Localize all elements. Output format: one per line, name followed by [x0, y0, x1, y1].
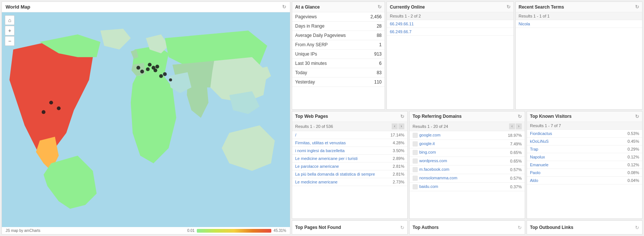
- currently-online-header: Currently Online ↻: [387, 2, 514, 12]
- top-web-pages-results: Results 1 - 20 of 536: [295, 124, 333, 129]
- referring-row-5: m.facebook.com 0.57%: [410, 166, 525, 174]
- recent-search-refresh-icon[interactable]: ↻: [635, 4, 639, 10]
- at-a-glance-widget: At a Glance ↻ Pageviews 2,456 Days in Ra…: [292, 1, 385, 110]
- legend-min: 0.01: [187, 229, 195, 233]
- web-page-pct-2: 4.28%: [393, 141, 404, 145]
- visitor-link-4[interactable]: Napolux: [530, 155, 545, 159]
- referring-link-2[interactable]: google.it: [419, 141, 435, 146]
- referring-link-1[interactable]: google.com: [419, 133, 441, 137]
- search-term-link-1[interactable]: Nicola: [519, 22, 530, 26]
- ip-link-1[interactable]: 66.249.66.11: [390, 22, 414, 26]
- legend-max: 45.31%: [274, 229, 286, 233]
- web-page-link-4[interactable]: Le medicine americane per i turisti: [295, 156, 358, 161]
- referring-link-6[interactable]: nonsolomamma.com: [419, 176, 457, 180]
- map-zoom-in-button[interactable]: +: [5, 26, 15, 35]
- ip-link-2[interactable]: 66.249.66.7: [390, 29, 411, 34]
- ip-row-2: 66.249.66.7: [387, 28, 514, 36]
- visitor-row-2: kOoLiNuS 0.45%: [527, 138, 642, 145]
- top-outbound-title: Top Outbound Links: [530, 225, 573, 230]
- map-controls: ⌂ + −: [5, 15, 15, 46]
- top-web-pages-prev[interactable]: ‹: [392, 123, 398, 129]
- top-referring-results: Results 1 - 20 of 24: [413, 124, 448, 129]
- top-pages-not-found-widget: Top Pages Not Found ↻: [292, 220, 408, 235]
- referring-row-6: nonsolomamma.com 0.57%: [410, 174, 525, 183]
- top-referring-header: Top Referring Domains ↻: [410, 111, 525, 122]
- visitor-link-7[interactable]: Aldo: [530, 178, 538, 183]
- web-page-link-2[interactable]: Firmitas, utilitas et venustas: [295, 141, 346, 145]
- web-page-row-4: Le medicine americane per i turisti 2.89…: [292, 155, 407, 163]
- currently-online-widget: Currently Online ↻ Results 1 - 2 of 2 66…: [386, 1, 514, 110]
- domain-icon-1: [413, 133, 418, 138]
- top-referring-prev[interactable]: ‹: [509, 123, 515, 129]
- top-known-body: Fiordicactus 0.53% kOoLiNuS 0.45% Trap 0…: [527, 130, 642, 219]
- visitor-link-5[interactable]: Emanuele: [530, 163, 549, 167]
- referring-link-3[interactable]: bing.com: [419, 150, 436, 154]
- referring-row-4: wordpress.com 0.65%: [410, 157, 525, 166]
- top-known-refresh-icon[interactable]: ↻: [635, 114, 639, 119]
- visitor-pct-1: 0.53%: [628, 131, 639, 136]
- top-outbound-widget: Top Outbound Links ↻: [527, 220, 643, 235]
- top-outbound-refresh-icon[interactable]: ↻: [635, 225, 639, 230]
- top-known-visitors-widget: Top Known Visitors ↻ Results 1 - 7 of 7 …: [527, 111, 643, 219]
- referring-pct-2: 7.49%: [510, 142, 522, 146]
- map-refresh-icon[interactable]: [282, 4, 286, 10]
- svg-point-7: [140, 70, 144, 73]
- web-page-row-7: Le medicine americane 2.73%: [292, 178, 407, 186]
- visitor-link-3[interactable]: Trap: [530, 147, 538, 151]
- stat-from-serp: From Any SERP 1: [292, 40, 385, 50]
- top-referring-next[interactable]: ›: [516, 123, 522, 129]
- web-page-link-6[interactable]: La più bella domanda di statistica di se…: [295, 172, 375, 176]
- visitor-row-3: Trap 0.29%: [527, 145, 642, 153]
- recent-search-title: Recent Search Terms: [519, 4, 564, 10]
- top-referring-refresh-icon[interactable]: ↻: [518, 114, 522, 119]
- map-panel: World Map ⌂ + −: [1, 1, 290, 235]
- at-a-glance-refresh-icon[interactable]: ↻: [378, 4, 382, 10]
- web-page-pct-4: 2.89%: [393, 156, 404, 161]
- currently-online-results: Results 1 - 2 of 2: [390, 14, 421, 18]
- referring-row-7: baidu.com 0.37%: [410, 183, 525, 191]
- referring-link-5[interactable]: m.facebook.com: [419, 167, 449, 172]
- web-page-link-3[interactable]: i nomi inglesi da barzelletta: [295, 148, 345, 153]
- web-page-link-5[interactable]: Le parolacce americane: [295, 164, 339, 169]
- web-page-pct-7: 2.73%: [393, 180, 404, 184]
- at-a-glance-title: At a Glance: [295, 4, 320, 10]
- map-footer: JS map by amCharts 0.01 45.31%: [2, 227, 290, 234]
- web-page-pct-3: 3.50%: [393, 148, 404, 153]
- domain-icon-7: [413, 184, 418, 189]
- stat-avg-daily: Average Daily Pageviews 88: [292, 31, 385, 40]
- top-web-pages-header: Top Web Pages ↻: [292, 111, 407, 122]
- top-referring-title: Top Referring Domains: [413, 114, 462, 119]
- top-known-title: Top Known Visitors: [530, 114, 572, 119]
- web-page-link-7[interactable]: Le medicine americane: [295, 180, 338, 184]
- at-a-glance-header: At a Glance ↻: [292, 2, 385, 12]
- web-page-row-2: Firmitas, utilitas et venustas 4.28%: [292, 139, 407, 147]
- recent-search-widget: Recent Search Terms ↻ Results 1 - 1 of 1…: [515, 1, 643, 110]
- svg-point-9: [57, 106, 60, 110]
- top-web-pages-refresh-icon[interactable]: ↻: [400, 114, 404, 119]
- visitor-link-1[interactable]: Fiordicactus: [530, 131, 552, 136]
- referring-link-7[interactable]: baidu.com: [419, 184, 438, 189]
- top-pages-not-found-refresh-icon[interactable]: ↻: [400, 225, 404, 230]
- stat-last-30: Last 30 minutes 6: [292, 59, 385, 68]
- referring-link-4[interactable]: wordpress.com: [419, 158, 447, 163]
- map-title-bar: World Map: [2, 2, 290, 12]
- currently-online-refresh-icon[interactable]: ↻: [506, 4, 511, 10]
- referring-pct-3: 0.65%: [510, 150, 522, 155]
- web-page-row-6: La più bella domanda di statistica di se…: [292, 170, 407, 178]
- visitor-link-2[interactable]: kOoLiNuS: [530, 139, 549, 144]
- svg-point-10: [42, 110, 45, 114]
- visitor-pct-6: 0.08%: [628, 170, 639, 175]
- domain-icon-4: [413, 158, 418, 164]
- top-web-pages-next[interactable]: ›: [398, 123, 404, 129]
- stat-yesterday: Yesterday 110: [292, 78, 385, 87]
- web-page-link-1[interactable]: /: [295, 133, 296, 137]
- map-zoom-out-button[interactable]: −: [5, 36, 15, 46]
- top-referring-body: google.com 18.97% google.it 7.49% bing.c…: [410, 131, 525, 219]
- top-authors-refresh-icon[interactable]: ↻: [518, 225, 522, 230]
- web-page-pct-5: 2.81%: [393, 164, 404, 169]
- map-home-button[interactable]: ⌂: [5, 15, 15, 25]
- visitor-row-6: Paolo 0.08%: [527, 169, 642, 177]
- visitor-pct-4: 0.12%: [628, 155, 639, 159]
- legend-bar: [197, 229, 271, 233]
- visitor-link-6[interactable]: Paolo: [530, 170, 540, 175]
